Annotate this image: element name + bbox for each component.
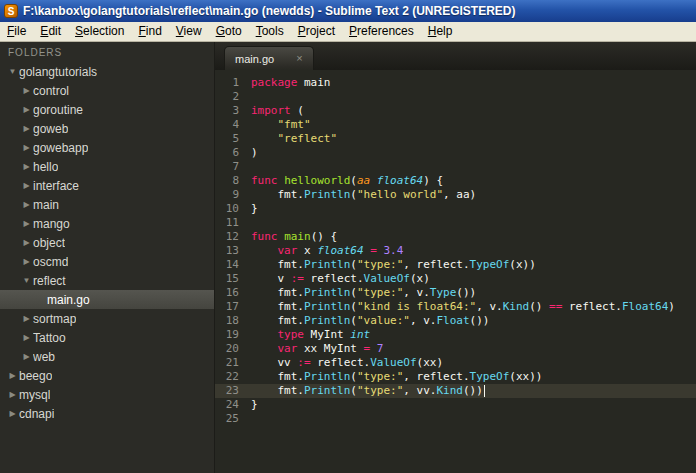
chevron-right-icon[interactable]: ▶ bbox=[20, 238, 33, 247]
tree-folder-reflect[interactable]: ▼reflect bbox=[0, 271, 214, 290]
tree-folder-interface[interactable]: ▶interface bbox=[0, 176, 214, 195]
line-text: fmt.Println("type:", reflect.TypeOf(xx)) bbox=[251, 370, 696, 384]
line-number: 9 bbox=[215, 188, 251, 202]
code-line-2[interactable]: 2 bbox=[215, 90, 696, 104]
line-text bbox=[251, 412, 696, 426]
menu-item-view[interactable]: View bbox=[169, 22, 209, 41]
code-line-15[interactable]: 15 v := reflect.ValueOf(x) bbox=[215, 272, 696, 286]
line-number: 19 bbox=[215, 328, 251, 342]
chevron-right-icon[interactable]: ▶ bbox=[20, 200, 33, 209]
tree-folder-mango[interactable]: ▶mango bbox=[0, 214, 214, 233]
tree-folder-main[interactable]: ▶main bbox=[0, 195, 214, 214]
folder-tree: ▼golangtutorials▶control▶goroutine▶goweb… bbox=[0, 62, 214, 423]
code-line-8[interactable]: 8func helloworld(aa float64) { bbox=[215, 174, 696, 188]
code-line-23[interactable]: 23 fmt.Println("type:", vv.Kind()) bbox=[215, 384, 696, 398]
tree-folder-gowebapp[interactable]: ▶gowebapp bbox=[0, 138, 214, 157]
line-text: fmt.Println("type:", v.Type()) bbox=[251, 286, 696, 300]
chevron-down-icon[interactable]: ▼ bbox=[20, 276, 33, 285]
chevron-right-icon[interactable]: ▶ bbox=[20, 124, 33, 133]
code-line-20[interactable]: 20 var xx MyInt = 7 bbox=[215, 342, 696, 356]
tree-folder-mysql[interactable]: ▶mysql bbox=[0, 385, 214, 404]
chevron-right-icon[interactable]: ▶ bbox=[20, 257, 33, 266]
line-number: 11 bbox=[215, 216, 251, 230]
tree-folder-goweb[interactable]: ▶goweb bbox=[0, 119, 214, 138]
chevron-right-icon[interactable]: ▶ bbox=[20, 352, 33, 361]
code-line-5[interactable]: 5 "reflect" bbox=[215, 132, 696, 146]
tab-close-icon[interactable]: × bbox=[296, 53, 302, 64]
tree-folder-web[interactable]: ▶web bbox=[0, 347, 214, 366]
title-bar[interactable]: S F:\kanbox\golangtutorials\reflect\main… bbox=[0, 0, 696, 22]
tree-file-main-go[interactable]: main.go bbox=[0, 290, 214, 309]
code-line-19[interactable]: 19 type MyInt int bbox=[215, 328, 696, 342]
menu-item-project[interactable]: Project bbox=[291, 22, 342, 41]
code-line-1[interactable]: 1package main bbox=[215, 76, 696, 90]
tree-folder-hello[interactable]: ▶hello bbox=[0, 157, 214, 176]
line-text: } bbox=[251, 398, 696, 412]
menu-item-file[interactable]: File bbox=[0, 22, 33, 41]
line-text: var xx MyInt = 7 bbox=[251, 342, 696, 356]
main-area: FOLDERS ▼golangtutorials▶control▶gorouti… bbox=[0, 42, 696, 473]
chevron-right-icon[interactable]: ▶ bbox=[20, 314, 33, 323]
tree-folder-cdnapi[interactable]: ▶cdnapi bbox=[0, 404, 214, 423]
code-line-13[interactable]: 13 var x float64 = 3.4 bbox=[215, 244, 696, 258]
chevron-right-icon[interactable]: ▶ bbox=[20, 181, 33, 190]
tree-folder-object[interactable]: ▶object bbox=[0, 233, 214, 252]
code-line-11[interactable]: 11 bbox=[215, 216, 696, 230]
tree-folder-golangtutorials[interactable]: ▼golangtutorials bbox=[0, 62, 214, 81]
tree-folder-goroutine[interactable]: ▶goroutine bbox=[0, 100, 214, 119]
line-text: "reflect" bbox=[251, 132, 696, 146]
chevron-right-icon[interactable]: ▶ bbox=[20, 219, 33, 228]
menu-item-tools[interactable]: Tools bbox=[249, 22, 291, 41]
menu-item-help[interactable]: Help bbox=[421, 22, 460, 41]
code-line-9[interactable]: 9 fmt.Println("hello world", aa) bbox=[215, 188, 696, 202]
line-number: 5 bbox=[215, 132, 251, 146]
tab-main-go[interactable]: main.go × bbox=[224, 46, 314, 70]
code-area[interactable]: 1package main23import (4 "fmt"5 "reflect… bbox=[215, 70, 696, 473]
code-line-17[interactable]: 17 fmt.Println("kind is float64:", v.Kin… bbox=[215, 300, 696, 314]
chevron-right-icon[interactable]: ▶ bbox=[6, 371, 19, 380]
code-line-22[interactable]: 22 fmt.Println("type:", reflect.TypeOf(x… bbox=[215, 370, 696, 384]
text-cursor bbox=[484, 385, 485, 397]
tree-item-label: goroutine bbox=[33, 103, 83, 117]
line-text: fmt.Println("type:", reflect.TypeOf(x)) bbox=[251, 258, 696, 272]
code-line-7[interactable]: 7 bbox=[215, 160, 696, 174]
menu-item-edit[interactable]: Edit bbox=[33, 22, 68, 41]
chevron-right-icon[interactable]: ▶ bbox=[20, 162, 33, 171]
menu-item-preferences[interactable]: Preferences bbox=[342, 22, 421, 41]
chevron-right-icon[interactable]: ▶ bbox=[6, 409, 19, 418]
line-text bbox=[251, 216, 696, 230]
menu-item-find[interactable]: Find bbox=[131, 22, 168, 41]
tree-item-label: goweb bbox=[33, 122, 68, 136]
menu-item-selection[interactable]: Selection bbox=[68, 22, 131, 41]
code-line-10[interactable]: 10} bbox=[215, 202, 696, 216]
tree-folder-sortmap[interactable]: ▶sortmap bbox=[0, 309, 214, 328]
tree-item-label: Tattoo bbox=[33, 331, 66, 345]
line-number: 6 bbox=[215, 146, 251, 160]
line-text: } bbox=[251, 202, 696, 216]
chevron-right-icon[interactable]: ▶ bbox=[20, 143, 33, 152]
menu-item-goto[interactable]: Goto bbox=[209, 22, 249, 41]
tree-item-label: golangtutorials bbox=[19, 65, 97, 79]
code-line-14[interactable]: 14 fmt.Println("type:", reflect.TypeOf(x… bbox=[215, 258, 696, 272]
chevron-right-icon[interactable]: ▶ bbox=[20, 333, 33, 342]
tree-folder-oscmd[interactable]: ▶oscmd bbox=[0, 252, 214, 271]
code-line-6[interactable]: 6) bbox=[215, 146, 696, 160]
code-line-25[interactable]: 25 bbox=[215, 412, 696, 426]
code-line-24[interactable]: 24} bbox=[215, 398, 696, 412]
chevron-right-icon[interactable]: ▶ bbox=[20, 86, 33, 95]
code-line-16[interactable]: 16 fmt.Println("type:", v.Type()) bbox=[215, 286, 696, 300]
code-line-12[interactable]: 12func main() { bbox=[215, 230, 696, 244]
chevron-right-icon[interactable]: ▶ bbox=[20, 105, 33, 114]
tab-label: main.go bbox=[235, 53, 274, 65]
code-line-4[interactable]: 4 "fmt" bbox=[215, 118, 696, 132]
chevron-right-icon[interactable]: ▶ bbox=[6, 390, 19, 399]
tree-folder-control[interactable]: ▶control bbox=[0, 81, 214, 100]
tree-item-label: interface bbox=[33, 179, 79, 193]
code-line-18[interactable]: 18 fmt.Println("value:", v.Float()) bbox=[215, 314, 696, 328]
code-line-3[interactable]: 3import ( bbox=[215, 104, 696, 118]
tree-item-label: sortmap bbox=[33, 312, 76, 326]
chevron-down-icon[interactable]: ▼ bbox=[6, 67, 19, 76]
tree-folder-beego[interactable]: ▶beego bbox=[0, 366, 214, 385]
tree-folder-tattoo[interactable]: ▶Tattoo bbox=[0, 328, 214, 347]
code-line-21[interactable]: 21 vv := reflect.ValueOf(xx) bbox=[215, 356, 696, 370]
